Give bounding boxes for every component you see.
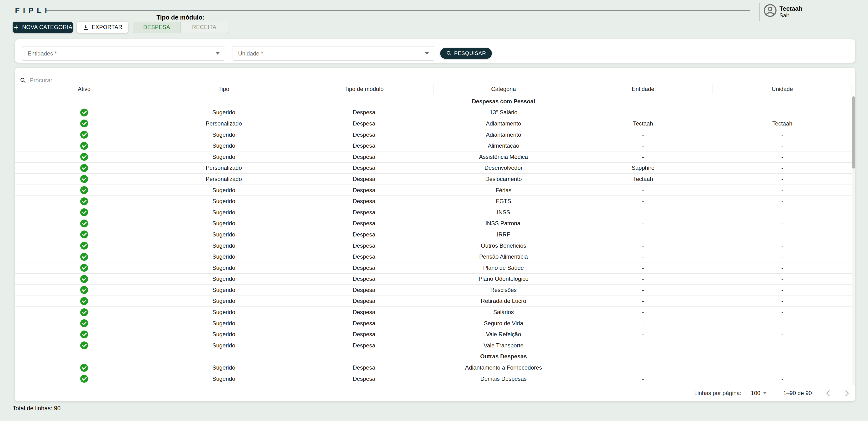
search-button-label: PESQUISAR (454, 50, 486, 56)
user-section-divider (759, 3, 760, 21)
active-check-icon[interactable] (80, 219, 88, 228)
module-type-label: Tipo de módulo: (133, 14, 228, 21)
column-header-entidade: Entidade (573, 82, 713, 96)
chevron-down-icon (216, 52, 219, 55)
entities-select[interactable]: Entidades * (22, 46, 225, 61)
chevron-down-icon (763, 392, 767, 394)
table-row: Sugerido Despesa Assistência Médica - - (15, 151, 852, 163)
table-row: Sugerido Despesa 13º Salário - - (15, 107, 852, 118)
table-row: Sugerido Despesa Demais Despesas - - (15, 373, 852, 385)
rows-per-page-label: Linhas por página: (694, 390, 741, 396)
table-row: Sugerido Despesa Retirada de Lucro - - (15, 296, 852, 307)
active-check-icon[interactable] (80, 242, 88, 249)
search-button[interactable]: PESQUISAR (440, 48, 492, 59)
table-row: Sugerido Despesa Pensão Alimentícia - - (15, 251, 852, 263)
active-check-icon[interactable] (80, 319, 88, 327)
active-check-icon[interactable] (80, 297, 88, 305)
table-body: Despesas com Pessoal - - Sugerido Despes… (15, 96, 852, 384)
group-category: Outras Despesas (434, 351, 573, 362)
table-row: Sugerido Despesa Plano Odontológico - - (15, 274, 852, 285)
table-row-group: Outras Despesas - - (15, 351, 852, 362)
next-page-button[interactable] (843, 390, 849, 396)
table-card: Ativo Tipo Tipo de módulo Categoria Enti… (15, 68, 855, 401)
active-check-icon[interactable] (80, 186, 88, 194)
group-category: Despesas com Pessoal (434, 96, 573, 107)
table-row: Sugerido Despesa Salários - - (15, 307, 852, 318)
table-row: Sugerido Despesa Adiantamento - - (15, 129, 852, 141)
unit-select-label: Unidade * (238, 50, 263, 57)
export-label: EXPORTAR (92, 24, 122, 30)
active-check-icon[interactable] (80, 198, 88, 205)
tab-receita[interactable]: RECEITA (181, 22, 228, 33)
search-icon (446, 51, 452, 56)
active-check-icon[interactable] (80, 331, 88, 338)
scrollbar-thumb[interactable] (852, 96, 855, 169)
table-row: Sugerido Despesa Outros Benefícios - - (15, 240, 852, 251)
total-rows-label: Total de linhas: 90 (12, 405, 61, 412)
table-row-group: Despesas com Pessoal - - (15, 96, 852, 107)
table-row: Sugerido Despesa Alimentação - - (15, 140, 852, 151)
active-check-icon[interactable] (80, 164, 88, 172)
tab-despesa[interactable]: DESPESA (133, 22, 181, 33)
header-divider-line (46, 10, 750, 11)
active-check-icon[interactable] (80, 375, 88, 383)
previous-page-button[interactable] (826, 390, 832, 396)
column-header-ativo: Ativo (15, 82, 153, 96)
user-name: Tectaah (779, 5, 802, 12)
table-row: Sugerido Despesa Adiantamento a Forneced… (15, 362, 852, 373)
rows-per-page-select[interactable]: 100 (751, 390, 767, 396)
unit-select[interactable]: Unidade * (232, 46, 434, 61)
table-row: Sugerido Despesa IRRF - - (15, 229, 852, 240)
active-check-icon[interactable] (80, 120, 88, 127)
table-row: Sugerido Despesa Plano de Saúde - - (15, 263, 852, 274)
table-row: Sugerido Despesa Rescisões - - (15, 284, 852, 296)
export-button[interactable]: EXPORTAR (77, 22, 128, 33)
table-row: Sugerido Despesa FGTS - - (15, 196, 852, 207)
active-check-icon[interactable] (80, 208, 88, 216)
rows-per-page-value: 100 (751, 390, 761, 396)
entities-select-label: Entidades * (28, 50, 57, 57)
user-avatar-icon[interactable] (764, 4, 777, 17)
module-type-toggle: DESPESA RECEITA (133, 22, 228, 33)
active-check-icon[interactable] (80, 175, 88, 183)
table-pagination: Linhas por página: 100 1–90 de 90 (15, 385, 855, 401)
table-row: Sugerido Despesa Seguro de Vida - - (15, 318, 852, 329)
app-logo: FIPLI (15, 6, 50, 15)
column-header-tipo: Tipo (153, 82, 294, 96)
new-category-label: NOVA CATEGORIA (22, 24, 72, 30)
active-check-icon[interactable] (80, 142, 88, 150)
column-header-categoria: Categoria (434, 82, 573, 96)
active-check-icon[interactable] (80, 341, 88, 349)
active-check-icon[interactable] (80, 231, 88, 238)
table-row: Sugerido Despesa INSS Patronal - - (15, 218, 852, 229)
table-row: Sugerido Despesa INSS - - (15, 207, 852, 218)
filters-card: Entidades * Unidade * PESQUISAR (15, 39, 855, 63)
logout-link[interactable]: Sair (779, 12, 789, 19)
table-row: Personalizado Despesa Adiantamento Tecta… (15, 118, 852, 129)
table-header: Ativo Tipo Tipo de módulo Categoria Enti… (15, 82, 852, 96)
pagination-range: 1–90 de 90 (783, 390, 812, 396)
active-check-icon[interactable] (80, 364, 88, 372)
table-row: Sugerido Despesa Férias - - (15, 185, 852, 196)
plus-icon (13, 24, 19, 30)
active-check-icon[interactable] (80, 275, 88, 283)
active-check-icon[interactable] (80, 153, 88, 161)
active-check-icon[interactable] (80, 131, 88, 139)
table-row: Sugerido Despesa Vale Refeição - - (15, 329, 852, 340)
table-row: Personalizado Despesa Desenvolvedor Sapp… (15, 163, 852, 174)
active-check-icon[interactable] (80, 264, 88, 272)
vertical-scrollbar[interactable] (852, 96, 855, 385)
table-row: Personalizado Despesa Deslocamento Tecta… (15, 174, 852, 185)
active-check-icon[interactable] (80, 286, 88, 294)
table-row: Sugerido Despesa Vale Transporte - - (15, 340, 852, 351)
column-header-tipo-modulo: Tipo de módulo (294, 82, 434, 96)
download-icon (83, 24, 89, 30)
active-check-icon[interactable] (80, 109, 88, 116)
column-header-unidade: Unidade (713, 82, 852, 96)
active-check-icon[interactable] (80, 308, 88, 316)
active-check-icon[interactable] (80, 253, 88, 261)
chevron-down-icon (425, 52, 429, 55)
new-category-button[interactable]: NOVA CATEGORIA (12, 22, 73, 33)
